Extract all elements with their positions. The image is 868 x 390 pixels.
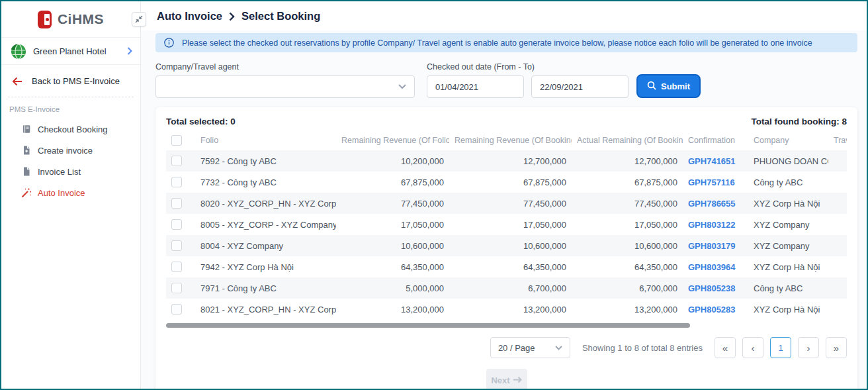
banner-text: Please select the checked out reservatio… xyxy=(182,38,812,48)
breadcrumb: Auto Invoice Select Booking xyxy=(157,10,320,23)
horizontal-scrollbar xyxy=(166,323,847,328)
back-to-pms-link[interactable]: Back to PMS E-Invoice xyxy=(1,65,140,95)
rr-booking-cell: 12,700,000 xyxy=(449,150,572,171)
rr-folio-cell: 5,000,000 xyxy=(336,277,449,299)
travel-agent-cell xyxy=(828,214,847,235)
actual-remaining-cell: 17,050,000 xyxy=(572,214,683,235)
folio-cell: 8020 - XYZ_CORP_HN - XYZ Corp Hà Nội xyxy=(195,193,336,214)
app-window: CiHMS Green Planet Hotel Back to PMS E-I… xyxy=(0,0,868,390)
chevron-right-icon xyxy=(127,47,132,55)
breadcrumb-parent[interactable]: Auto Invoice xyxy=(157,10,222,23)
actual-remaining-cell: 64,350,000 xyxy=(572,256,683,277)
section-label: PMS E-Invoice xyxy=(1,104,140,119)
row-checkbox[interactable] xyxy=(171,304,182,315)
sidebar-item-create-invoice[interactable]: Create invoice xyxy=(1,140,140,161)
company-cell: XYZ Corp Hà Nội xyxy=(748,193,828,214)
folio-cell: 8021 - XYZ_CORP_HN - XYZ Corp Hà Nội xyxy=(195,299,336,320)
row-checkbox[interactable] xyxy=(171,156,182,166)
confirmation-link[interactable]: GPH803179 xyxy=(688,241,736,251)
actual-remaining-cell: 10,600,000 xyxy=(572,235,683,256)
select-all-checkbox[interactable] xyxy=(171,135,182,146)
date-filter-label: Checked out date (From - To) xyxy=(427,62,629,72)
table-row: 7942 - XYZ Corp Hà Nội 64,350,000 64,350… xyxy=(166,256,847,277)
total-selected: Total selected: 0 xyxy=(166,117,236,126)
sidebar-item-label: Checkout Booking xyxy=(38,124,108,134)
row-checkbox[interactable] xyxy=(171,262,182,272)
brand-name: CiHMS xyxy=(58,11,104,27)
scrollbar-thumb[interactable] xyxy=(166,323,690,328)
search-icon xyxy=(647,81,656,92)
confirmation-link[interactable]: GPH786655 xyxy=(688,199,736,209)
confirmation-link[interactable]: GPH803964 xyxy=(688,262,736,272)
company-filter-label: Company/Travel agent xyxy=(155,62,415,72)
sidebar-collapse-button[interactable] xyxy=(132,12,146,26)
first-page-button[interactable]: « xyxy=(715,337,736,358)
rr-booking-cell: 64,350,000 xyxy=(449,256,572,277)
last-page-button[interactable]: » xyxy=(826,337,847,358)
brand-logo: CiHMS xyxy=(1,1,140,38)
next-label: Next xyxy=(491,375,509,385)
table-row: 8004 - XYZ Company 10,600,000 10,600,000… xyxy=(166,235,847,256)
col-company: Company xyxy=(748,130,828,150)
sidebar: CiHMS Green Planet Hotel Back to PMS E-I… xyxy=(1,1,141,389)
col-rr-booking: Remaining Revenue (Of Booking) xyxy=(449,130,572,150)
rr-booking-cell: 77,450,000 xyxy=(449,193,572,214)
confirmation-link[interactable]: GPH805238 xyxy=(688,283,736,293)
company-cell: PHUONG DOAN CORP xyxy=(748,150,828,171)
page-size-value: 20 / Page xyxy=(498,343,535,353)
rr-folio-cell: 17,050,000 xyxy=(336,214,449,235)
row-checkbox[interactable] xyxy=(171,240,182,251)
next-step-button[interactable]: Next xyxy=(486,369,527,389)
prev-page-button[interactable]: ‹ xyxy=(742,337,763,358)
main-area: Auto Invoice Select Booking Please selec… xyxy=(141,1,867,389)
folio-cell: 7971 - Công ty ABC xyxy=(195,277,336,299)
company-select[interactable] xyxy=(155,75,415,98)
confirmation-link[interactable]: GPH803122 xyxy=(688,220,736,230)
company-filter: Company/Travel agent xyxy=(155,62,415,98)
date-from-input[interactable] xyxy=(427,75,524,98)
row-checkbox[interactable] xyxy=(171,177,182,187)
arrow-left-icon xyxy=(12,77,22,86)
confirmation-link[interactable]: GPH805283 xyxy=(688,305,736,315)
actual-remaining-cell: 13,200,000 xyxy=(572,299,683,320)
book-icon xyxy=(21,124,32,134)
confirmation-link[interactable]: GPH757116 xyxy=(688,177,735,187)
travel-agent-cell xyxy=(828,299,847,320)
page-size-select[interactable]: 20 / Page xyxy=(490,337,570,358)
hotel-selector[interactable]: Green Planet Hotel xyxy=(1,38,140,65)
rr-booking-cell: 6,700,000 xyxy=(449,277,572,299)
submit-button[interactable]: Submit xyxy=(636,74,701,98)
next-page-button[interactable]: › xyxy=(798,337,819,358)
row-checkbox[interactable] xyxy=(171,283,182,293)
file-icon xyxy=(21,166,32,177)
page-number-button[interactable]: 1 xyxy=(770,337,791,358)
sidebar-item-checkout-booking[interactable]: Checkout Booking xyxy=(1,119,140,140)
confirmation-link[interactable]: GPH741651 xyxy=(688,156,736,166)
sidebar-item-invoice-list[interactable]: Invoice List xyxy=(1,161,140,182)
col-confirmation: Confirmation xyxy=(683,130,748,150)
company-cell: XYZ Company xyxy=(748,214,828,235)
chevron-down-icon xyxy=(555,346,562,350)
rr-booking-cell: 67,875,000 xyxy=(449,171,572,193)
travel-agent-cell xyxy=(828,235,847,256)
topbar: Auto Invoice Select Booking xyxy=(141,1,867,30)
travel-agent-cell xyxy=(828,256,847,277)
cihms-logo-icon xyxy=(38,11,52,28)
actual-remaining-cell: 12,700,000 xyxy=(572,150,683,171)
col-actual-remaining: Actual Remaining (Of Booking) xyxy=(572,130,683,150)
sidebar-item-label: Invoice List xyxy=(38,167,81,177)
rr-folio-cell: 10,200,000 xyxy=(336,150,449,171)
date-to-input[interactable] xyxy=(531,75,629,98)
row-checkbox[interactable] xyxy=(171,219,182,230)
filters: Company/Travel agent Checked out date (F… xyxy=(155,62,857,98)
col-rr-folio: Remaining Revenue (Of Folio) xyxy=(336,130,449,150)
info-icon xyxy=(164,38,174,48)
sidebar-item-auto-invoice[interactable]: Auto Invoice xyxy=(1,182,140,203)
globe-icon xyxy=(9,42,27,60)
table-header-row: Folio Remaining Revenue (Of Folio) Remai… xyxy=(166,130,847,150)
table-row: 8020 - XYZ_CORP_HN - XYZ Corp Hà Nội 77,… xyxy=(166,193,847,214)
travel-agent-cell xyxy=(828,171,847,193)
table-row: 8005 - XYZ_CORP - XYZ Company 17,050,000… xyxy=(166,214,847,235)
rr-booking-cell: 17,050,000 xyxy=(449,214,572,235)
row-checkbox[interactable] xyxy=(171,198,182,209)
